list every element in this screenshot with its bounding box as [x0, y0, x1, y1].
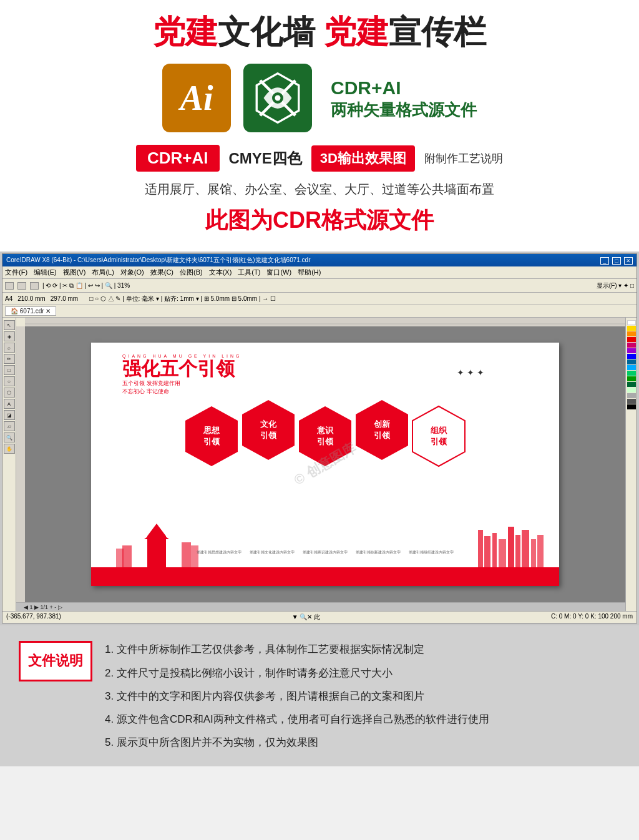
close-btn[interactable]: ✕: [624, 257, 633, 265]
corel-titlebar: CoreIDRAW X8 (64-Bit) - C:\Users\Adminis…: [2, 254, 637, 266]
tag-cmye: CMYE四色: [229, 149, 302, 168]
swatch-skyblue[interactable]: [627, 365, 636, 370]
swatch-gray[interactable]: [627, 393, 636, 398]
menu-effects[interactable]: 效果(C): [150, 268, 173, 277]
top-section: 党建文化墙 党建宣传栏 Ai CDR+AI 两种矢量格式源文件 CDR+AI C…: [0, 0, 639, 252]
menu-window[interactable]: 窗口(W): [266, 268, 291, 277]
note-5: 5. 展示页中所含图片并不为实物，仅为效果图: [105, 734, 620, 751]
open-icon[interactable]: [17, 282, 26, 290]
note-2: 2. 文件尺寸是投稿比例缩小设计，制作时请务必注意尺寸大小: [105, 665, 620, 681]
maximize-btn[interactable]: □: [612, 257, 621, 265]
menu-object[interactable]: 对象(O): [120, 268, 144, 277]
corel-toolbar1: | ⟲ ⟳ | ✂ ⧉ 📋 | ↩ ↪ | 🔍 | 31% 显示(F) ▾ ✦ …: [2, 279, 637, 293]
tag-cdr-ai: CDR+AI: [136, 145, 220, 172]
design-title-area: QIANG HUA MU GE YIN LING 强化五个引领 五个引领 发挥党…: [122, 354, 242, 396]
svg-rect-16: [478, 530, 483, 567]
minimize-btn[interactable]: _: [600, 257, 609, 265]
canvas-area[interactable]: QIANG HUA MU GE YIN LING 强化五个引领 五个引领 发挥党…: [25, 326, 625, 602]
swatch-lightgreen[interactable]: [627, 388, 636, 393]
window-controls: _ □ ✕: [599, 256, 633, 265]
file-notes-list: 1. 文件中所标制作工艺仅供参考，具体制作工艺要根据实际情况制定 2. 文件尺寸…: [105, 641, 620, 751]
outline-tool[interactable]: ▱: [4, 421, 15, 431]
design-sub2: 不忘初心 牢记使命: [122, 388, 242, 396]
format-line1: CDR+AI: [331, 76, 477, 100]
main-title: 党建文化墙 党建宣传栏: [25, 12, 614, 51]
node-tool[interactable]: ◈: [4, 331, 15, 341]
menu-text[interactable]: 文本(X): [209, 268, 232, 277]
menu-layout[interactable]: 布局(L): [92, 268, 114, 277]
scrollbar-horizontal[interactable]: ◀ 1 ▶ 1/1 + - ▷: [16, 602, 625, 611]
color-strip: [627, 320, 636, 409]
bottom-section: 文件说明 1. 文件中所标制作工艺仅供参考，具体制作工艺要根据实际情况制定 2.…: [0, 625, 639, 766]
svg-rect-14: [182, 542, 191, 567]
corel-right-panel: [625, 318, 637, 611]
toolbar-buttons: | ⟲ ⟳ | ✂ ⧉ 📋 | ↩ ↪ | 🔍 | 31%: [42, 282, 130, 290]
swatch-purple[interactable]: [627, 348, 636, 353]
left-cityscape: [110, 511, 203, 567]
menu-help[interactable]: 帮助(H): [298, 268, 321, 277]
note-3: 3. 文件中的文字和图片内容仅供参考，图片请根据自己的文案和图片: [105, 688, 620, 705]
freehand-tool[interactable]: ✏: [4, 354, 15, 364]
swatch-red[interactable]: [627, 337, 636, 342]
pan-tool[interactable]: ✋: [4, 444, 15, 454]
cursor-coords: (-365.677, 987.381): [6, 613, 61, 622]
note-4: 4. 源文件包含CDR和AI两种文件格式，使用者可自行选择自己熟悉的软件进行使用: [105, 711, 620, 728]
corel-menubar: 文件(F) 编辑(E) 视图(V) 布局(L) 对象(O) 效果(C) 位图(B…: [2, 266, 637, 279]
svg-rect-20: [508, 527, 514, 567]
swatch-yellow[interactable]: [627, 326, 636, 331]
swatch-darkgreen[interactable]: [627, 376, 636, 381]
ai-icon: Ai: [162, 64, 231, 132]
swatch-orange[interactable]: [627, 331, 636, 336]
icons-row: Ai CDR+AI 两种矢量格式源文件: [25, 64, 614, 132]
subtitle-text: 适用展厅、展馆、办公室、会议室、大厅、过道等公共墙面布置: [25, 181, 614, 198]
pointer-tool[interactable]: ↖: [4, 320, 15, 330]
swatch-darkgray[interactable]: [627, 399, 636, 404]
swatch-darkblue[interactable]: [627, 359, 636, 364]
swatch-green[interactable]: [627, 371, 636, 376]
menu-view[interactable]: 视图(V): [63, 268, 86, 277]
birds-decoration: ✦ ✦ ✦: [457, 368, 484, 378]
svg-rect-8: [16, 326, 25, 602]
polygon-tool[interactable]: ⬡: [4, 388, 15, 398]
rect-tool[interactable]: □: [4, 365, 15, 375]
hex-4: 创新引领: [354, 399, 409, 461]
toolbar-right: 显示(F) ▾ ✦ □: [597, 281, 634, 290]
ruler-v-svg: [16, 326, 25, 602]
menu-tools[interactable]: 工具(T): [238, 268, 260, 277]
title-end: 宣传栏: [389, 14, 486, 50]
ellipse-tool[interactable]: ○: [4, 376, 15, 386]
tag-3d: 3D输出效果图: [311, 145, 415, 172]
title-part2: 党建: [324, 14, 389, 50]
svg-marker-11: [144, 530, 169, 539]
scroll-bar-inner: ◀ 1 ▶ 1/1 + - ▷: [16, 603, 625, 611]
menu-file[interactable]: 文件(F): [5, 268, 27, 277]
swatch-forestgreen[interactable]: [627, 382, 636, 387]
svg-rect-24: [537, 535, 544, 567]
svg-rect-22: [522, 530, 529, 567]
corel-toolbox: ↖ ◈ ⌕ ✏ □ ○ ⬡ A ◪ ▱ 🔍 ✋: [2, 318, 16, 611]
status-center: ▼ 🔍✕ 此: [292, 613, 320, 622]
save-icon[interactable]: [30, 282, 39, 290]
cdr-source-title: 此图为CDR格式源文件: [25, 205, 614, 236]
menu-edit[interactable]: 编辑(E): [34, 268, 57, 277]
corel-statusbar: (-365.677, 987.381) ▼ 🔍✕ 此 C: 0 M: 0 Y: …: [2, 611, 637, 623]
color-info: C: 0 M: 0 Y: 0 K: 100 200 mm: [551, 613, 633, 622]
fill-tool[interactable]: ◪: [4, 410, 15, 420]
swatch-blue[interactable]: [627, 354, 636, 359]
eyedrop-tool[interactable]: 🔍: [4, 432, 15, 442]
swatch-pink[interactable]: [627, 343, 636, 348]
design-pinyin: QIANG HUA MU GE YIN LING: [122, 354, 242, 358]
zoom-tool[interactable]: ⌕: [4, 343, 15, 353]
ruler-horizontal: [25, 318, 625, 326]
hex-5: 组织引领: [411, 405, 466, 467]
cdr-icon: [243, 64, 312, 132]
menu-bitmap[interactable]: 位图(B): [180, 268, 203, 277]
height-value: 297.0 mm: [51, 295, 78, 302]
format-text: CDR+AI 两种矢量格式源文件: [331, 76, 477, 121]
swatch-white[interactable]: [627, 320, 636, 325]
text-tool[interactable]: A: [4, 399, 15, 409]
file-tab[interactable]: 🏠 6071.cdr ✕: [5, 306, 56, 316]
swatch-black[interactable]: [627, 404, 636, 409]
hex3-text: 意识引领: [317, 425, 333, 447]
new-icon[interactable]: [5, 282, 14, 290]
